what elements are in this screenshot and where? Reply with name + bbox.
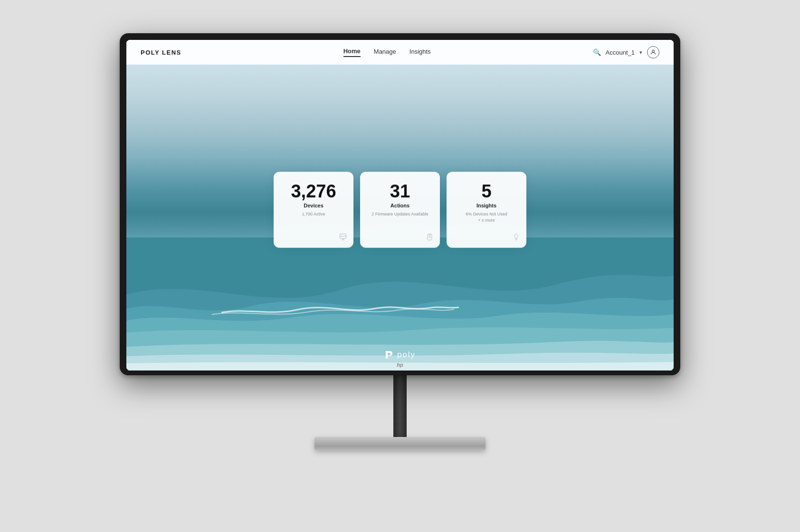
actions-count: 31 — [390, 182, 410, 200]
poly-p-logo — [384, 350, 395, 360]
hp-logo: hp — [397, 362, 403, 368]
nav-manage[interactable]: Manage — [374, 48, 396, 57]
monitor-outer: POLY LENS Home Manage Insights 🔍 Account… — [120, 33, 680, 375]
lightbulb-icon — [513, 234, 520, 242]
svg-point-1 — [652, 50, 655, 52]
devices-count: 3,276 — [291, 182, 336, 200]
actions-card[interactable]: 31 Actions 2 Firmware Updates Available — [360, 172, 440, 248]
navbar: POLY LENS Home Manage Insights 🔍 Account… — [126, 40, 674, 65]
person-icon — [650, 49, 657, 56]
insights-subtitle: 6% Devices Not Used+ x more — [466, 211, 507, 223]
insights-count: 5 — [481, 182, 491, 200]
nav-insights[interactable]: Insights — [410, 48, 431, 57]
devices-title: Devices — [304, 203, 324, 209]
devices-card[interactable]: 3,276 Devices 1,700 Active — [274, 172, 353, 248]
search-icon[interactable]: 🔍 — [593, 48, 601, 56]
nav-right: 🔍 Account_1 ▾ — [593, 46, 659, 58]
monitor-wrapper: POLY LENS Home Manage Insights 🔍 Account… — [115, 33, 685, 499]
account-name: Account_1 — [606, 49, 635, 56]
devices-subtitle: 1,700 Active — [302, 211, 325, 218]
insights-title: Insights — [476, 203, 496, 209]
monitor-neck — [393, 375, 407, 437]
user-avatar-icon[interactable] — [647, 46, 659, 58]
clipboard-icon — [426, 234, 433, 242]
chevron-down-icon[interactable]: ▾ — [639, 49, 642, 56]
poly-text: poly — [397, 350, 416, 360]
nav-links: Home Manage Insights — [343, 48, 431, 57]
actions-title: Actions — [390, 203, 410, 209]
cards-container: 3,276 Devices 1,700 Active 31 Actions — [274, 172, 526, 248]
actions-subtitle: 2 Firmware Updates Available — [371, 211, 428, 218]
monitor-base — [314, 437, 486, 450]
app-logo: POLY LENS — [141, 49, 181, 56]
nav-home[interactable]: Home — [343, 48, 361, 57]
devices-icon — [339, 233, 347, 242]
poly-logo: poly — [384, 350, 416, 360]
insights-card[interactable]: 5 Insights 6% Devices Not Used+ x more — [447, 172, 526, 248]
hp-text: hp — [397, 362, 403, 368]
monitor-screen: POLY LENS Home Manage Insights 🔍 Account… — [126, 40, 674, 370]
